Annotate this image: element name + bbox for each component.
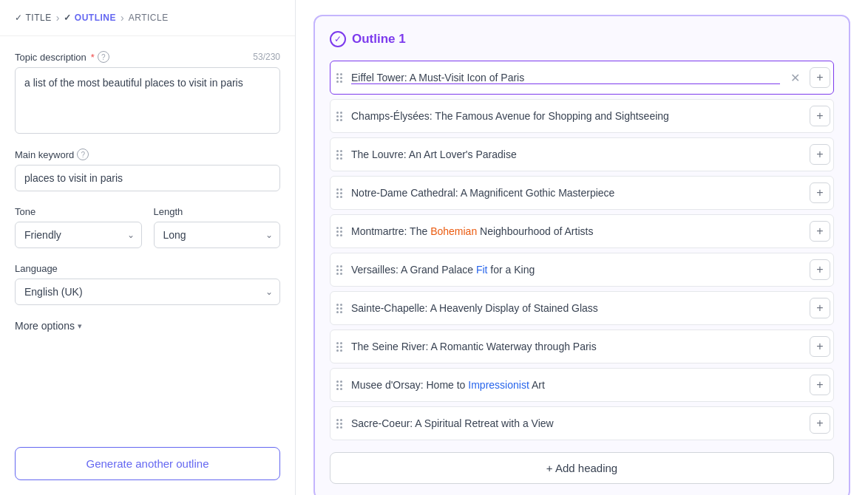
- outline-item-4: Notre-Dame Cathedral: A Magnificent Goth…: [330, 176, 834, 210]
- breadcrumb-title: ✓ TITLE: [15, 13, 52, 23]
- item-text-2: Champs-Élysées: The Famous Avenue for Sh…: [351, 110, 804, 122]
- drag-handle-1[interactable]: [333, 73, 345, 83]
- drag-handle-6[interactable]: [333, 265, 345, 275]
- item-add-btn-10[interactable]: +: [810, 413, 830, 434]
- generate-outline-button[interactable]: Generate another outline: [15, 447, 280, 480]
- breadcrumb-article: ARTICLE: [129, 13, 169, 23]
- tone-select-wrapper: Friendly Professional Casual Formal ⌄: [15, 222, 142, 248]
- length-label: Length: [154, 206, 281, 217]
- language-select-wrapper: English (UK) English (US) French Spanish…: [15, 279, 280, 305]
- tone-label: Tone: [15, 206, 142, 217]
- drag-handle-9[interactable]: [333, 380, 345, 390]
- keyword-field-group: Main keyword ?: [15, 148, 280, 191]
- topic-char-count: 53/230: [253, 52, 280, 62]
- drag-handle-10[interactable]: [333, 419, 345, 429]
- add-heading-button[interactable]: + Add heading: [330, 452, 834, 484]
- check-icon-title: ✓: [15, 13, 23, 23]
- item-add-btn-5[interactable]: +: [810, 221, 830, 242]
- drag-handle-4[interactable]: [333, 188, 345, 198]
- tone-select[interactable]: Friendly Professional Casual Formal: [15, 222, 142, 248]
- drag-handle-8[interactable]: [333, 342, 345, 352]
- item-text-6: Versailles: A Grand Palace Fit for a Kin…: [351, 264, 804, 276]
- drag-handle-5[interactable]: [333, 227, 345, 236]
- outline-item-5: Montmartre: The Bohemian Neighbourhood o…: [330, 214, 834, 248]
- left-bottom: Generate another outline: [0, 447, 295, 495]
- outline-item-1: ✕ +: [330, 61, 834, 95]
- keyword-input[interactable]: [15, 165, 280, 191]
- left-form: Topic description * ? 53/230 a list of t…: [0, 36, 295, 447]
- outline-title: Outline 1: [352, 32, 406, 47]
- breadcrumb: ✓ TITLE › ✓ OUTLINE › ARTICLE: [0, 0, 295, 36]
- length-select-wrapper: Short Medium Long ⌄: [154, 222, 281, 248]
- keyword-label-row: Main keyword ?: [15, 148, 280, 160]
- language-field-group: Language English (UK) English (US) Frenc…: [15, 263, 280, 305]
- right-panel: ✓ Outline 1 ✕ +: [296, 0, 868, 495]
- topic-label-row: Topic description * ? 53/230: [15, 51, 280, 63]
- topic-input[interactable]: a list of the most beautiful places to v…: [15, 67, 280, 134]
- language-label: Language: [15, 263, 280, 274]
- item-add-btn-4[interactable]: +: [810, 182, 830, 203]
- topic-field-group: Topic description * ? 53/230 a list of t…: [15, 51, 280, 134]
- keyword-help-icon[interactable]: ?: [77, 148, 89, 160]
- item-text-3: The Louvre: An Art Lover's Paradise: [351, 148, 804, 160]
- topic-label: Topic description: [15, 52, 87, 63]
- drag-handle-3[interactable]: [333, 150, 345, 160]
- tone-length-row: Tone Friendly Professional Casual Formal…: [15, 206, 280, 248]
- item-text-10: Sacre-Coeur: A Spiritual Retreat with a …: [351, 417, 804, 429]
- item-remove-btn-1[interactable]: ✕: [786, 69, 804, 86]
- outline-item-9: Musee d'Orsay: Home to Impressionist Art…: [330, 368, 834, 402]
- outline-item-3: The Louvre: An Art Lover's Paradise +: [330, 137, 834, 171]
- outline-item-2: Champs-Élysées: The Famous Avenue for Sh…: [330, 99, 834, 133]
- outline-card: ✓ Outline 1 ✕ +: [313, 15, 850, 495]
- breadcrumb-sep-1: ›: [56, 12, 60, 24]
- length-select[interactable]: Short Medium Long: [154, 222, 281, 248]
- keyword-label: Main keyword: [15, 149, 74, 160]
- item-add-btn-6[interactable]: +: [810, 259, 830, 280]
- item-text-1[interactable]: [351, 72, 780, 84]
- item-text-7: Sainte-Chapelle: A Heavenly Display of S…: [351, 302, 804, 314]
- outline-item-8: The Seine River: A Romantic Waterway thr…: [330, 330, 834, 363]
- outline-items-list: ✕ + Champs-Élysées: The Famous Avenue fo…: [330, 61, 834, 443]
- item-add-btn-7[interactable]: +: [810, 298, 830, 318]
- topic-required: *: [91, 52, 95, 63]
- item-add-btn-8[interactable]: +: [810, 336, 830, 357]
- outline-header: ✓ Outline 1: [330, 31, 834, 47]
- breadcrumb-outline: ✓ OUTLINE: [64, 13, 116, 23]
- language-select[interactable]: English (UK) English (US) French Spanish…: [15, 279, 280, 305]
- more-options-label: More options: [15, 320, 75, 332]
- item-add-btn-2[interactable]: +: [810, 106, 830, 126]
- breadcrumb-sep-2: ›: [121, 12, 124, 24]
- item-add-btn-3[interactable]: +: [810, 144, 830, 165]
- check-icon-outline: ✓: [64, 13, 72, 23]
- outline-item-10: Sacre-Coeur: A Spiritual Retreat with a …: [330, 406, 834, 440]
- outline-check-icon: ✓: [330, 31, 346, 47]
- left-panel: ✓ TITLE › ✓ OUTLINE › ARTICLE Topic desc…: [0, 0, 296, 495]
- drag-handle-7[interactable]: [333, 304, 345, 313]
- length-field-group: Length Short Medium Long ⌄: [154, 206, 281, 248]
- item-text-4: Notre-Dame Cathedral: A Magnificent Goth…: [351, 187, 804, 199]
- topic-help-icon[interactable]: ?: [98, 51, 109, 63]
- item-text-5: Montmartre: The Bohemian Neighbourhood o…: [351, 225, 804, 237]
- item-text-9: Musee d'Orsay: Home to Impressionist Art: [351, 379, 804, 391]
- tone-field-group: Tone Friendly Professional Casual Formal…: [15, 206, 142, 248]
- chevron-down-icon: ▾: [78, 321, 82, 331]
- item-text-8: The Seine River: A Romantic Waterway thr…: [351, 341, 804, 352]
- outline-item-7: Sainte-Chapelle: A Heavenly Display of S…: [330, 291, 834, 325]
- more-options[interactable]: More options ▾: [15, 320, 280, 332]
- item-add-btn-9[interactable]: +: [810, 375, 830, 395]
- outline-item-6: Versailles: A Grand Palace Fit for a Kin…: [330, 253, 834, 287]
- item-add-btn-1[interactable]: +: [810, 67, 830, 88]
- drag-handle-2[interactable]: [333, 112, 345, 121]
